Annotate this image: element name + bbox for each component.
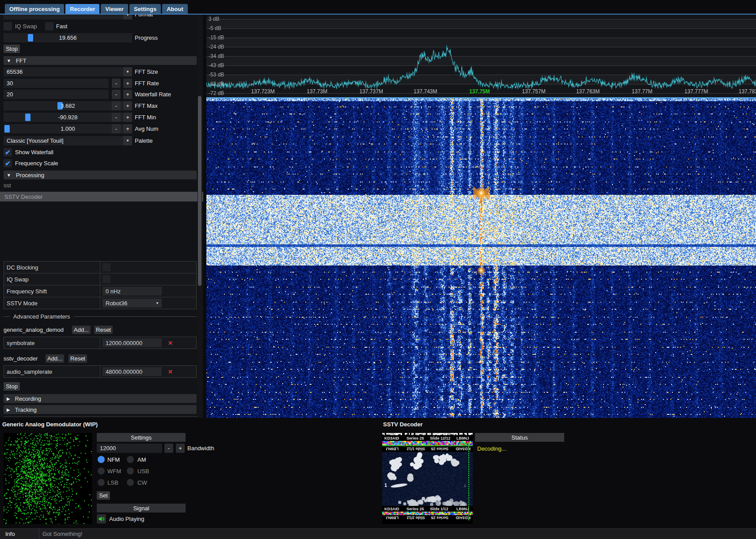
fft-size-value: 65536 (7, 68, 23, 75)
triangle-down-icon: ▼ (7, 173, 11, 178)
sstv-mode-value: Robot36 (106, 300, 127, 307)
recording-section-header[interactable]: ▶ Recording (4, 394, 197, 403)
dc-blocking-checkbox[interactable] (103, 263, 110, 271)
tab-offline-processing[interactable]: Offline processing (5, 4, 64, 14)
chevron-down-icon[interactable]: ▼ (123, 15, 132, 19)
recording-header-label: Recording (15, 395, 41, 402)
avg-num-label: Avg Num (135, 125, 158, 132)
format-combo[interactable]: ▼ (4, 15, 132, 19)
dc-blocking-label: DC Blocking (4, 262, 100, 273)
freq-label: 137.77M (632, 88, 653, 95)
sstv-mode-combo[interactable]: Robot36 ▼ (103, 299, 162, 307)
sstv-decoder-reset-button[interactable]: Reset (68, 354, 87, 363)
panel-bottom-divider (4, 416, 201, 417)
chevron-down-icon[interactable]: ▼ (156, 301, 159, 305)
settings-button[interactable]: Settings (97, 433, 186, 442)
frequency-scale-checkbox[interactable]: ✔ (4, 159, 12, 167)
show-waterfall-label: Show Waterfall (15, 149, 53, 156)
db-label: -34 dB (209, 53, 224, 59)
chevron-down-icon[interactable]: ▼ (123, 136, 132, 145)
bandwidth-minus-button[interactable]: - (164, 444, 173, 453)
mode-radio-cw[interactable] (127, 479, 134, 486)
processing-section-header[interactable]: ▼ Processing (4, 171, 197, 179)
audio-samplerate-table: audio_samplerate 48000.000000 ✕ (4, 365, 197, 378)
bandwidth-input[interactable]: 12000 (97, 444, 162, 453)
waterfall-rate-plus-button[interactable]: + (123, 90, 132, 99)
status-bar: Info Got Something! (0, 528, 756, 539)
generic-analog-demod-reset-button[interactable]: Reset (94, 326, 113, 334)
fft-plot[interactable]: 137.723M137.73M137.737M137.743M137.75M13… (206, 15, 756, 97)
triangle-down-icon: ▼ (7, 58, 11, 63)
fft-rate-plus-button[interactable]: + (123, 79, 132, 88)
sstv-status-text: Decoding... (477, 445, 506, 452)
left-panel-scrollbar[interactable] (198, 15, 202, 418)
audio-playing-label: Audio Playing (109, 516, 144, 522)
mode-radio-am[interactable] (127, 456, 134, 463)
db-label: -53 dB (209, 72, 224, 78)
avg-num-slider[interactable]: 1.000 (4, 124, 132, 133)
waterfall-canvas[interactable] (206, 99, 756, 418)
fft-section-header[interactable]: ▼ FFT (4, 56, 197, 65)
mode-label-nfm: NFM (107, 456, 120, 463)
fast-label: Fast (56, 23, 67, 30)
mode-radio-usb[interactable] (127, 467, 134, 474)
sstv-decoder-list-item[interactable]: SSTV Decoder (0, 192, 203, 201)
fft-rate-input[interactable]: 30 (4, 79, 109, 88)
tracking-section-header[interactable]: ▶ Tracking (4, 405, 197, 414)
statusbar-message: Got Something! (42, 531, 82, 537)
audio-samplerate-input[interactable]: 48000.000000 (103, 367, 162, 376)
remove-icon[interactable]: ✕ (168, 340, 173, 346)
waterfall-rate-input[interactable]: 20 (4, 90, 109, 99)
audio-samplerate-value: 48000.000000 (106, 368, 142, 375)
set-button[interactable]: Set (97, 491, 110, 500)
fast-checkbox[interactable] (45, 22, 53, 30)
stop-processing-button[interactable]: Stop (4, 382, 20, 391)
table-row: SSTV Mode Robot36 ▼ (4, 297, 196, 309)
mode-radio-wfm[interactable] (98, 467, 105, 474)
mode-radio-nfm[interactable] (98, 456, 105, 463)
tracking-header-label: Tracking (15, 406, 37, 413)
freq-label: 137.75M (469, 88, 490, 95)
iq-swap-row-checkbox[interactable] (103, 275, 110, 283)
table-row: symbolrate 12000.000000 ✕ (4, 337, 196, 349)
tab-settings[interactable]: Settings (129, 4, 161, 14)
fft-plot-canvas[interactable] (206, 15, 756, 97)
tab-about[interactable]: About (162, 4, 188, 14)
tab-recorder[interactable]: Recorder (65, 4, 99, 14)
fft-rate-minus-button[interactable]: - (112, 79, 121, 88)
fft-min-slider[interactable]: -90.928 (4, 113, 132, 122)
fft-size-combo[interactable]: 65536 ▼ (4, 67, 132, 76)
frequency-shift-input[interactable]: 0 nHz (103, 287, 162, 296)
sstv-decoder-add-button[interactable]: Add... (46, 354, 64, 363)
speaker-icon (98, 516, 105, 522)
scrollbar-thumb[interactable] (198, 96, 201, 286)
iq-swap-checkbox[interactable] (4, 22, 12, 30)
frequency-shift-value: 0 nHz (106, 288, 121, 295)
progress-slider[interactable]: 19.656 (4, 33, 132, 42)
sstv-image-canvas (382, 433, 473, 524)
waterfall-rate-minus-button[interactable]: - (112, 90, 121, 99)
remove-icon[interactable]: ✕ (168, 368, 173, 375)
fft-max-value: 3.682 (4, 102, 132, 109)
demod-section-title: Generic Analog Demodulator (WIP) (2, 421, 98, 428)
generic-analog-demod-add-button[interactable]: Add... (72, 326, 91, 334)
signal-header: Signal (97, 504, 186, 512)
db-label: -15 dB (209, 34, 224, 41)
generic-analog-demod-label: generic_analog_demod (4, 326, 64, 333)
palette-combo[interactable]: Classic [Youssef Touil] ▼ (4, 136, 132, 145)
db-label: -72 dB (209, 90, 224, 96)
chevron-down-icon[interactable]: ▼ (123, 67, 132, 76)
mode-radio-lsb[interactable] (98, 479, 105, 486)
db-label: -24 dB (209, 44, 224, 50)
symbolrate-input[interactable]: 12000.000000 (103, 338, 162, 347)
sstv-decoder-group-label: sstv_decoder (4, 355, 38, 362)
iq-swap-row-label: IQ Swap (4, 273, 100, 285)
waterfall-rate-value: 20 (7, 91, 13, 98)
progress-label: Progress (135, 34, 158, 41)
bandwidth-plus-button[interactable]: + (176, 444, 185, 453)
fft-max-slider[interactable]: 3.682 (4, 101, 132, 110)
tab-viewer[interactable]: Viewer (101, 4, 128, 14)
stop-button[interactable]: Stop (4, 45, 20, 53)
audio-playing-button[interactable] (97, 514, 106, 524)
show-waterfall-checkbox[interactable]: ✔ (4, 148, 12, 156)
